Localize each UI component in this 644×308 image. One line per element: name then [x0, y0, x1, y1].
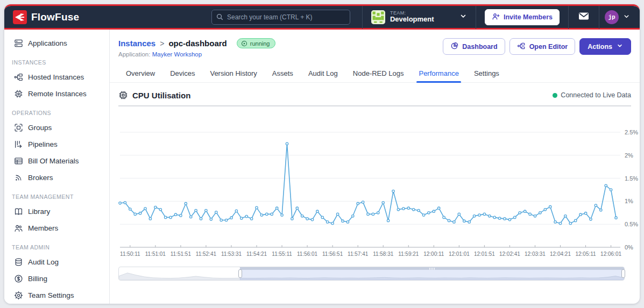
sidebar-item-label: Applications [28, 39, 67, 47]
tab-overview[interactable]: Overview [118, 66, 162, 82]
chart-divider [118, 105, 631, 106]
pipelines-icon [14, 140, 23, 149]
search-input[interactable] [211, 10, 350, 25]
open-editor-button[interactable]: Open Editor [509, 38, 576, 55]
svg-text:12:06:01: 12:06:01 [600, 251, 621, 257]
live-dot-icon [553, 93, 557, 98]
sidebar-item-pipelines[interactable]: Pipelines [4, 136, 109, 153]
sidebar-item-audit-log[interactable]: Audit Log [4, 254, 109, 270]
sidebar-item-label: Library [28, 207, 50, 216]
sidebar-item-brokers[interactable]: Brokers [4, 169, 109, 186]
svg-text:12:01:51: 12:01:51 [474, 251, 495, 257]
brush-left-handle[interactable] [238, 269, 242, 278]
sidebar-item-label: Billing [28, 275, 47, 283]
svg-text:11:52:41: 11:52:41 [196, 251, 217, 257]
sidebar-item-label: Brokers [28, 174, 53, 182]
svg-text:11:55:11: 11:55:11 [272, 251, 292, 257]
tab-bar: OverviewDevicesVersion HistoryAssetsAudi… [110, 66, 640, 83]
flowfuse-logo-icon [13, 10, 27, 24]
open-editor-button-label: Open Editor [529, 43, 568, 51]
library-icon [14, 207, 23, 216]
invite-members-button[interactable]: Invite Members [485, 9, 560, 25]
svg-text:12:05:11: 12:05:11 [575, 251, 596, 257]
tab-node-red-logs[interactable]: Node-RED Logs [345, 66, 412, 82]
live-data-status: Connected to Live Data [553, 91, 631, 99]
user-plus-icon [492, 12, 500, 22]
breadcrumb-instances-link[interactable]: Instances [118, 39, 155, 48]
breadcrumb: Instances > opc-dashboard running [118, 38, 275, 48]
tab-settings[interactable]: Settings [466, 66, 507, 82]
svg-text:11:51:51: 11:51:51 [171, 251, 192, 257]
actions-button[interactable]: Actions [579, 38, 631, 55]
sidebar-item-label: Team Settings [28, 291, 74, 299]
sidebar-item-label: Groups [28, 124, 52, 132]
sidebar-item-applications[interactable]: Applications [4, 35, 109, 52]
svg-text:1%: 1% [625, 198, 633, 204]
sidebar-item-remote-instances[interactable]: Remote Instances [4, 85, 109, 102]
svg-text:11:56:51: 11:56:51 [322, 251, 343, 257]
pie-chart-icon [450, 42, 458, 52]
hosted-instances-icon [14, 73, 23, 82]
team-search [211, 10, 350, 25]
app-window: FlowFuse TEAM: Development [4, 4, 640, 304]
sidebar-item-library[interactable]: Library [4, 203, 109, 220]
tab-audit-log[interactable]: Audit Log [301, 66, 345, 82]
team-selector[interactable]: TEAM: Development [363, 5, 476, 29]
applications-icon [14, 39, 23, 48]
svg-text:11:58:31: 11:58:31 [373, 251, 394, 257]
chart-minimap[interactable] [118, 267, 625, 281]
members-icon [14, 224, 23, 233]
top-navbar: FlowFuse TEAM: Development [4, 6, 640, 30]
brand-name: FlowFuse [31, 11, 79, 23]
flowfuse-logo[interactable]: FlowFuse [4, 10, 88, 24]
brush-grip-icon[interactable] [429, 268, 435, 270]
play-circle-icon [241, 40, 247, 47]
sidebar-item-members[interactable]: Members [4, 220, 109, 237]
application-label: Application: [118, 51, 150, 58]
chevron-down-icon [459, 12, 467, 22]
svg-text:11:53:31: 11:53:31 [221, 251, 242, 257]
sidebar-item-label: Hosted Instances [28, 73, 84, 81]
application-link[interactable]: Mayker Workshop [152, 51, 202, 58]
bill-of-materials-icon [14, 156, 23, 166]
user-menu[interactable]: jp [599, 10, 640, 24]
search-icon [216, 13, 224, 23]
audit-log-icon [14, 257, 23, 267]
breadcrumb-separator: > [160, 39, 164, 48]
sidebar-item-hosted-instances[interactable]: Hosted Instances [4, 69, 109, 85]
sidebar-item-groups[interactable]: Groups [4, 119, 109, 136]
tab-assets[interactable]: Assets [265, 66, 301, 82]
svg-text:0%: 0% [625, 244, 633, 250]
remote-instances-icon [14, 89, 23, 98]
svg-text:12:02:41: 12:02:41 [499, 251, 520, 257]
tab-performance[interactable]: Performance [411, 66, 466, 82]
sidebar-item-billing[interactable]: Billing [4, 270, 109, 287]
chevron-down-icon [623, 12, 630, 22]
node-red-flow-icon [517, 42, 526, 52]
sidebar-section-header: TEAM ADMIN [4, 237, 109, 254]
svg-text:12:03:31: 12:03:31 [525, 251, 546, 257]
svg-text:11:54:21: 11:54:21 [246, 251, 267, 257]
navbar-divider [476, 5, 476, 29]
brush-right-handle[interactable] [621, 269, 625, 278]
tab-version-history[interactable]: Version History [202, 66, 264, 82]
team-settings-icon [14, 291, 23, 300]
tab-devices[interactable]: Devices [162, 66, 202, 82]
sidebar-item-team-settings[interactable]: Team Settings [4, 287, 109, 304]
chevron-down-icon [617, 42, 623, 51]
groups-icon [14, 123, 23, 132]
sidebar-item-label: Pipelines [28, 140, 58, 148]
svg-text:11:59:21: 11:59:21 [398, 251, 419, 257]
chart-title: CPU Utilisation [132, 91, 190, 100]
cpu-icon [118, 90, 128, 100]
notifications-button[interactable] [569, 5, 599, 29]
performance-panel: CPU Utilisation Connected to Live Data 0… [110, 83, 640, 304]
actions-button-label: Actions [588, 43, 612, 51]
invite-members-label: Invite Members [504, 13, 553, 21]
dashboard-button[interactable]: Dashboard [443, 38, 505, 55]
svg-text:11:50:11: 11:50:11 [120, 251, 140, 257]
sidebar-item-label: Remote Instances [28, 90, 87, 98]
sidebar-item-bill-of-materials[interactable]: Bill Of Materials [4, 153, 109, 169]
status-badge-label: running [250, 40, 270, 47]
sidebar-section-header: TEAM MANAGEMENT [4, 186, 109, 203]
